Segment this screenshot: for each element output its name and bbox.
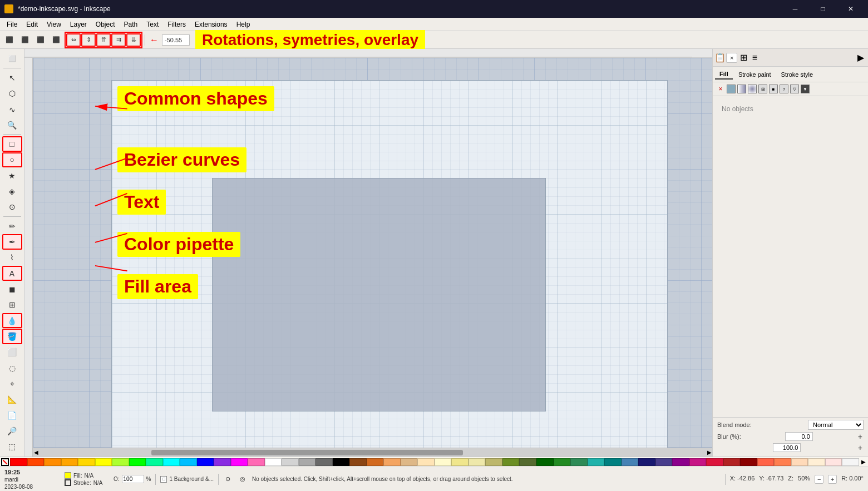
tab-stroke-paint[interactable]: Stroke paint: [734, 70, 776, 79]
menu-help[interactable]: Help: [232, 19, 255, 29]
tool-select[interactable]: ↖: [2, 70, 22, 85]
palette-color-swatch[interactable]: [622, 458, 639, 466]
menu-object[interactable]: Object: [91, 19, 120, 29]
tool-measure[interactable]: 📐: [2, 392, 22, 407]
horizontal-scrollbar[interactable]: ◀ ▶: [33, 448, 712, 457]
palette-color-swatch[interactable]: [757, 458, 775, 466]
fill-radial-icon[interactable]: [748, 85, 757, 93]
opacity-input[interactable]: [773, 443, 801, 452]
palette-color-swatch[interactable]: [401, 458, 418, 466]
tool-eraser[interactable]: ⬜: [2, 345, 22, 360]
close-button[interactable]: ✕: [838, 0, 864, 18]
palette-color-swatch[interactable]: [417, 458, 435, 466]
fill-swatch-icon[interactable]: ■: [769, 85, 778, 93]
panel-tab-close[interactable]: ×: [726, 53, 737, 63]
palette-color-swatch[interactable]: [163, 458, 180, 466]
tool-connector[interactable]: ⌖: [2, 376, 22, 391]
palette-color-swatch[interactable]: [315, 458, 333, 466]
palette-color-swatch[interactable]: [570, 458, 588, 466]
palette-color-swatch[interactable]: [367, 458, 384, 466]
snap-icon[interactable]: ⊙: [223, 474, 233, 484]
palette-color-swatch[interactable]: [265, 458, 282, 466]
panel-tab-xml[interactable]: ⊞: [738, 53, 748, 63]
palette-color-swatch[interactable]: [112, 458, 129, 466]
align-top-btn[interactable]: ⬛: [49, 33, 63, 47]
tool-gradient[interactable]: ◼: [2, 281, 22, 296]
palette-color-swatch[interactable]: [27, 458, 45, 466]
palette-color-swatch[interactable]: [214, 458, 231, 466]
palette-color-swatch[interactable]: [78, 458, 95, 466]
menu-file[interactable]: File: [2, 19, 22, 29]
palette-color-swatch[interactable]: [588, 458, 605, 466]
palette-color-swatch[interactable]: [299, 458, 316, 466]
palette-color-swatch[interactable]: [248, 458, 265, 466]
opacity-status-input[interactable]: [122, 475, 144, 483]
tool-fill[interactable]: 🪣: [2, 329, 22, 344]
canvas-scroll[interactable]: Common shapes Bezier curves Text Color: [33, 58, 712, 457]
align-distribute-3[interactable]: ⇈: [96, 33, 111, 47]
palette-color-swatch[interactable]: [435, 458, 452, 466]
panel-tab-fill-icon[interactable]: 📋: [715, 53, 725, 63]
palette-color-swatch[interactable]: [197, 458, 214, 466]
palette-color-swatch[interactable]: [689, 458, 707, 466]
fill-unset-icon[interactable]: ▽: [790, 85, 799, 93]
align-right-btn[interactable]: ⬛: [33, 33, 48, 47]
palette-color-swatch[interactable]: [333, 458, 350, 466]
palette-color-swatch[interactable]: [180, 458, 197, 466]
scroll-right-btn[interactable]: ▶: [707, 449, 712, 455]
tool-pen[interactable]: ✒: [2, 234, 22, 249]
tool-pipette[interactable]: 💧: [2, 313, 22, 328]
palette-color-swatch[interactable]: [451, 458, 468, 466]
panel-tab-expand[interactable]: ▶: [856, 53, 866, 63]
blend-mode-select[interactable]: Normal Multiply Screen: [808, 420, 864, 430]
palette-color-swatch[interactable]: [740, 458, 757, 466]
menu-filters[interactable]: Filters: [163, 19, 190, 29]
coord-value[interactable]: -50.55: [162, 34, 190, 46]
zoom-out-btn[interactable]: −: [815, 475, 823, 484]
panel-tab-objects[interactable]: ≡: [749, 53, 760, 63]
fill-flat-icon[interactable]: [727, 85, 736, 93]
tool-tweak[interactable]: ∿: [2, 102, 22, 117]
tab-stroke-style[interactable]: Stroke style: [777, 70, 817, 79]
palette-color-swatch[interactable]: [502, 458, 520, 466]
tool-pages[interactable]: 📄: [2, 408, 22, 423]
tool-star[interactable]: ★: [2, 168, 22, 183]
scroll-left-btn[interactable]: ◀: [33, 449, 39, 455]
fill-remove-icon[interactable]: ▼: [801, 85, 810, 93]
fill-unknown-icon[interactable]: ?: [780, 85, 788, 93]
tool-spiral[interactable]: ⊙: [2, 200, 22, 215]
scrollbar-track[interactable]: [40, 450, 706, 455]
palette-color-swatch[interactable]: [791, 458, 808, 466]
tool-zoom[interactable]: 🔍: [2, 117, 22, 132]
palette-color-swatch[interactable]: [723, 458, 741, 466]
palette-color-swatch[interactable]: [842, 458, 859, 466]
palette-color-swatch[interactable]: [672, 458, 689, 466]
align-center-btn[interactable]: ⬛: [18, 33, 32, 47]
palette-color-swatch[interactable]: [44, 458, 61, 466]
minimize-button[interactable]: ─: [782, 0, 808, 18]
align-distribute-4[interactable]: ⇉: [111, 33, 126, 47]
palette-color-swatch[interactable]: [638, 458, 655, 466]
menu-layer[interactable]: Layer: [66, 19, 91, 29]
menu-path[interactable]: Path: [120, 19, 142, 29]
opacity-plus-btn[interactable]: +: [857, 443, 864, 452]
window-controls[interactable]: ─ □ ✕: [782, 0, 864, 18]
palette-color-swatch[interactable]: [485, 458, 502, 466]
palette-color-swatch[interactable]: [706, 458, 723, 466]
menu-text[interactable]: Text: [142, 19, 163, 29]
align-left-btn[interactable]: ⬛: [2, 33, 17, 47]
palette-color-swatch[interactable]: [774, 458, 791, 466]
tool-mesh[interactable]: ⊞: [2, 297, 22, 313]
palette-color-swatch[interactable]: [129, 458, 146, 466]
palette-color-swatch[interactable]: [383, 458, 401, 466]
tool-view[interactable]: ⬚: [2, 439, 22, 454]
palette-color-swatch[interactable]: [10, 458, 27, 466]
palette-color-swatch[interactable]: [95, 458, 112, 466]
palette-color-swatch[interactable]: [554, 458, 571, 466]
palette-color-swatch[interactable]: [519, 458, 536, 466]
palette-color-swatch[interactable]: [349, 458, 367, 466]
tab-fill[interactable]: Fill: [715, 70, 733, 80]
palette-scroll-right[interactable]: ▶: [859, 458, 868, 467]
palette-color-swatch[interactable]: [468, 458, 486, 466]
blur-input[interactable]: [785, 432, 813, 441]
